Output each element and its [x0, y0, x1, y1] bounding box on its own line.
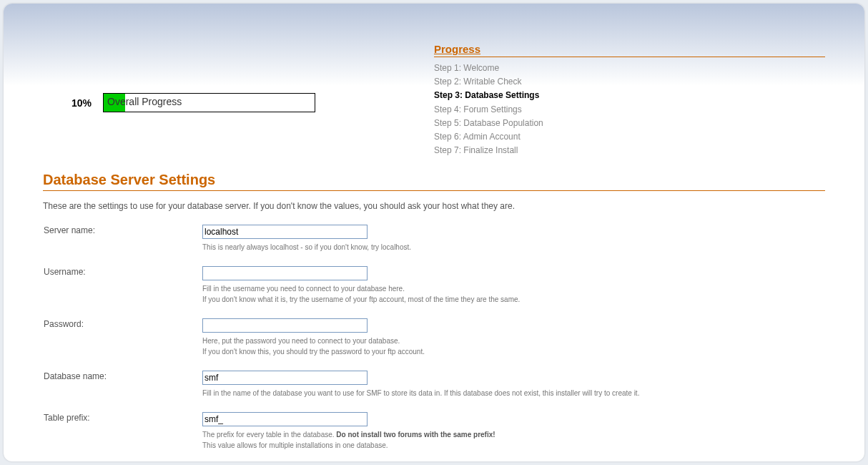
row-username: Username: Fill in the username you need …: [43, 265, 825, 318]
input-username[interactable]: [202, 266, 368, 280]
row-server-name: Server name: This is nearly always local…: [43, 224, 825, 265]
progress-step: Step 4: Forum Settings: [434, 103, 825, 117]
page-intro: These are the settings to use for your d…: [43, 201, 825, 211]
page-title: Database Server Settings: [43, 172, 825, 191]
label-database-name: Database name:: [43, 370, 202, 411]
row-database-name: Database name: Fill in the name of the d…: [43, 370, 825, 411]
help-password: Here, put the password you need to conne…: [202, 336, 824, 357]
progress-bar-label: Overall Progress: [107, 96, 182, 107]
label-table-prefix: Table prefix:: [43, 411, 202, 461]
help-table-prefix: The prefix for every table in the databa…: [202, 429, 824, 451]
help-server-name: This is nearly always localhost - so if …: [202, 242, 824, 253]
overall-progress: 10% Overall Progress: [43, 93, 434, 112]
input-database-name[interactable]: [202, 371, 368, 385]
progress-bar: Overall Progress: [103, 93, 315, 112]
label-username: Username:: [43, 265, 202, 318]
help-database-name: Fill in the name of the database you wan…: [202, 388, 824, 398]
installer-frame: 10% Overall Progress Progress Step 1: We…: [4, 4, 864, 461]
label-password: Password:: [43, 318, 202, 370]
progress-step: Step 7: Finalize Install: [434, 144, 825, 157]
row-password: Password: Here, put the password you nee…: [43, 318, 825, 370]
progress-step: Step 3: Database Settings: [434, 89, 825, 102]
progress-percent: 10%: [71, 97, 92, 109]
row-table-prefix: Table prefix: The prefix for every table…: [43, 411, 825, 461]
steps-list: Step 1: WelcomeStep 2: Writable CheckSte…: [434, 62, 825, 157]
input-server-name[interactable]: [202, 225, 368, 239]
help-username: Fill in the username you need to connect…: [202, 283, 824, 305]
label-server-name: Server name:: [43, 224, 202, 265]
input-password[interactable]: [202, 318, 368, 333]
progress-heading: Progress: [434, 43, 825, 57]
progress-step: Step 6: Admin Account: [434, 130, 825, 144]
progress-step: Step 5: Database Population: [434, 117, 825, 130]
input-table-prefix[interactable]: [202, 412, 368, 426]
progress-step: Step 1: Welcome: [434, 62, 825, 75]
progress-step: Step 2: Writable Check: [434, 75, 825, 89]
settings-form: Server name: This is nearly always local…: [43, 224, 825, 461]
